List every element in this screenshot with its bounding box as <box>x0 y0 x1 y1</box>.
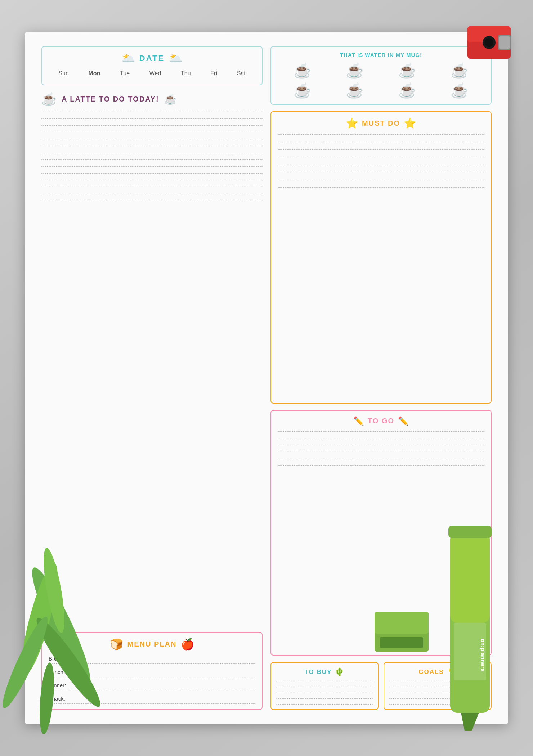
day-thu: Thu <box>181 70 191 77</box>
dotted-line <box>278 180 484 180</box>
date-section: 🌥️ DATE 🌥️ Sun Mon Tue Wed Thu Fri Sat <box>41 46 263 85</box>
svg-text:on:planners: on:planners <box>480 639 486 672</box>
pencil-left-icon: ✏️ <box>353 416 364 426</box>
svg-rect-14 <box>380 637 423 648</box>
latte-title: A LATTE TO DO TODAY! <box>62 95 159 103</box>
apple-icon: 🍎 <box>181 638 194 651</box>
dotted-line <box>41 139 263 139</box>
dotted-line <box>41 194 263 194</box>
to-buy-section: TO BUY 🌵 <box>270 662 379 710</box>
dotted-line <box>276 687 373 687</box>
dotted-line <box>276 704 373 705</box>
svg-point-3 <box>485 38 493 47</box>
dotted-line <box>276 681 373 681</box>
day-tue: Tue <box>120 70 130 77</box>
cloud-left-icon: 🌥️ <box>122 52 135 64</box>
day-sat: Sat <box>237 70 246 77</box>
dotted-line <box>41 132 263 132</box>
dotted-line <box>278 445 484 445</box>
dotted-line <box>278 165 484 165</box>
svg-rect-13 <box>375 612 429 634</box>
must-do-lines <box>278 134 484 397</box>
dotted-line <box>41 201 263 201</box>
star-right-icon: ⭐ <box>404 117 416 129</box>
svg-rect-16 <box>450 533 490 623</box>
must-do-section: ⭐ MUST DO ⭐ <box>270 111 492 404</box>
dotted-line <box>278 438 484 438</box>
star-left-icon: ⭐ <box>346 117 358 129</box>
dotted-line <box>41 159 263 160</box>
dotted-line <box>278 134 484 135</box>
cup-1: ☕ <box>294 62 312 79</box>
day-mon: Mon <box>89 70 100 77</box>
highlighter-decoration: on:planners <box>432 497 511 749</box>
to-buy-title: TO BUY <box>305 669 332 676</box>
dotted-line <box>278 187 484 188</box>
cup-8: ☕ <box>451 82 469 99</box>
water-title: THAT IS WATER IN MY MUG! <box>278 52 484 58</box>
dotted-line <box>278 465 484 466</box>
dotted-line <box>41 173 263 174</box>
water-section: THAT IS WATER IN MY MUG! ☕ ☕ ☕ ☕ ☕ ☕ ☕ ☕ <box>270 46 492 105</box>
sharpener-decoration <box>466 21 518 64</box>
svg-marker-18 <box>461 713 479 731</box>
cup-3: ☕ <box>398 62 416 79</box>
dotted-line <box>41 112 263 112</box>
menu-plan-title: MENU PLAN <box>127 640 177 648</box>
dotted-line <box>278 149 484 150</box>
cup-5: ☕ <box>294 82 312 99</box>
coffee-left-icon: ☕ <box>41 92 57 106</box>
dotted-line <box>41 118 263 119</box>
svg-point-11 <box>37 662 56 734</box>
dotted-line <box>276 693 373 693</box>
day-sun: Sun <box>58 70 68 77</box>
toast-icon: 🍞 <box>110 638 123 651</box>
dotted-line <box>278 157 484 157</box>
cup-6: ☕ <box>346 82 364 99</box>
cactus-icon: 🌵 <box>335 667 344 677</box>
coffee-right-icon: ☕ <box>164 93 177 105</box>
must-do-title: MUST DO <box>362 119 400 127</box>
dotted-line <box>278 142 484 142</box>
dotted-line <box>278 431 484 432</box>
dotted-line <box>41 125 263 126</box>
date-title: DATE <box>139 54 165 63</box>
dotted-line <box>278 452 484 452</box>
dotted-line <box>41 187 263 187</box>
day-wed: Wed <box>149 70 161 77</box>
dotted-line <box>41 180 263 180</box>
svg-rect-5 <box>499 36 510 49</box>
plant-decoration <box>0 482 104 734</box>
day-fri: Fri <box>210 70 217 77</box>
to-go-title: TO GO <box>368 417 394 425</box>
cloud-right-icon: 🌥️ <box>169 52 182 64</box>
cup-7: ☕ <box>398 82 416 99</box>
dotted-line <box>41 146 263 146</box>
stamp-decoration <box>371 605 436 659</box>
dotted-line <box>278 172 484 172</box>
cup-4: ☕ <box>451 62 469 79</box>
dotted-line <box>41 153 263 153</box>
to-buy-lines <box>276 681 373 705</box>
dotted-line <box>41 166 263 167</box>
pencil-right-icon: ✏️ <box>398 416 409 426</box>
dotted-line <box>276 698 373 699</box>
dotted-line <box>278 459 484 459</box>
svg-rect-17 <box>448 526 492 538</box>
cup-2: ☕ <box>346 62 364 79</box>
